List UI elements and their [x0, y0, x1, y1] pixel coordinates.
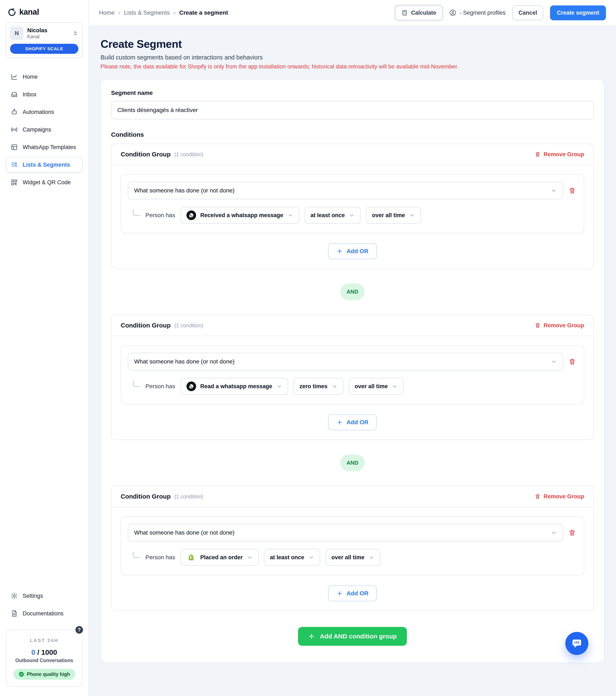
usage-label: Outbound Conversations: [11, 658, 77, 663]
add-group-row: Add AND condition group: [111, 627, 594, 646]
chevron-down-icon: [409, 212, 415, 218]
sidebar-item-inbox[interactable]: Inbox: [6, 86, 82, 102]
frequency-select[interactable]: at least once: [264, 549, 320, 566]
add-or-row: Add OR: [121, 575, 584, 601]
sidebar-item-whatsapp-templates[interactable]: WhatsApp Templates: [6, 139, 82, 155]
brand-logo[interactable]: kanal: [6, 7, 82, 22]
sidebar-item-widget-qr[interactable]: Widget & QR Code: [6, 174, 82, 190]
trash-icon: [535, 322, 541, 328]
cancel-button[interactable]: Cancel: [512, 5, 543, 20]
event-select[interactable]: Placed an order: [181, 549, 259, 566]
plus-icon: [337, 419, 343, 426]
person-has-label: Person has: [145, 212, 175, 219]
segment-profiles: - Segment profiles: [449, 9, 506, 16]
phone-quality-label: Phone quality high: [27, 671, 70, 677]
check-circle-icon: [18, 671, 24, 677]
sidebar-nav: Home Inbox Automations Campaigns WhatsAp…: [6, 69, 82, 190]
add-or-label: Add OR: [346, 248, 368, 255]
condition-detail-row: Person has Placed an order at least once: [128, 549, 577, 566]
nav-label: Campaigns: [22, 126, 51, 133]
avatar: N: [10, 27, 24, 40]
doc-icon: [11, 610, 18, 617]
whatsapp-icon: [186, 210, 196, 220]
chevrons-updown-icon[interactable]: [73, 30, 78, 36]
plan-badge[interactable]: SHOPIFY SCALE: [10, 44, 78, 54]
breadcrumb-lists-segments[interactable]: Lists & Segments: [124, 10, 170, 16]
add-group-label: Add AND condition group: [320, 633, 397, 640]
elbow-connector: [133, 381, 140, 387]
sidebar-item-lists-segments[interactable]: Lists & Segments: [6, 157, 82, 173]
timeframe-select[interactable]: over all time: [349, 378, 404, 395]
chevron-down-icon: [332, 383, 338, 389]
condition-group-header: Condition Group (1 condition) Remove Gro…: [111, 486, 594, 507]
add-and-condition-group-button[interactable]: Add AND condition group: [298, 627, 407, 646]
condition-group-title: Condition Group: [121, 151, 171, 158]
condition-count: (1 condition): [174, 493, 203, 500]
add-or-row: Add OR: [121, 404, 584, 430]
add-or-button[interactable]: Add OR: [328, 585, 377, 601]
event-select[interactable]: Read a whatsapp message: [181, 378, 288, 395]
nav-label: Settings: [22, 593, 43, 599]
breadcrumb-home[interactable]: Home: [99, 10, 114, 16]
add-or-button[interactable]: Add OR: [328, 414, 377, 430]
chevron-down-icon: [349, 212, 355, 218]
segment-name-input[interactable]: [111, 101, 594, 120]
help-icon[interactable]: ?: [75, 625, 84, 634]
timeframe-select[interactable]: over all time: [326, 549, 381, 566]
condition-count: (1 condition): [174, 322, 203, 329]
workspace-selector[interactable]: N Nicolas Kanal: [10, 27, 78, 40]
nav-label: Lists & Segments: [22, 162, 70, 168]
sidebar-item-campaigns[interactable]: Campaigns: [6, 122, 82, 138]
trash-icon: [535, 493, 541, 500]
condition-type-select[interactable]: What someone has done (or not done): [128, 353, 563, 370]
delete-condition-button[interactable]: [569, 186, 577, 195]
condition-detail-row: Person has Read a whatsapp message zero …: [128, 378, 577, 395]
sidebar: kanal N Nicolas Kanal SHOPIFY SCALE Home: [0, 0, 89, 696]
person-has-label: Person has: [145, 554, 175, 561]
remove-group-button[interactable]: Remove Group: [535, 151, 584, 158]
sidebar-item-settings[interactable]: Settings: [6, 588, 82, 604]
app-root: kanal N Nicolas Kanal SHOPIFY SCALE Home: [0, 0, 616, 696]
frequency-value: zero times: [299, 383, 327, 390]
chevron-down-icon: [288, 212, 293, 218]
calculate-button[interactable]: Calculate: [395, 5, 443, 20]
frequency-select[interactable]: zero times: [294, 378, 343, 395]
remove-group-button[interactable]: Remove Group: [535, 493, 584, 500]
frequency-select[interactable]: at least once: [305, 207, 361, 224]
sidebar-item-documentations[interactable]: Documentations: [6, 605, 82, 621]
chat-widget-button[interactable]: [565, 632, 588, 655]
breadcrumb-separator: ›: [118, 10, 120, 16]
calculator-icon: [401, 10, 408, 16]
condition-type-select[interactable]: What someone has done (or not done): [128, 524, 563, 541]
trash-icon: [569, 358, 576, 365]
nav-label: Documentations: [22, 610, 63, 617]
sidebar-item-home[interactable]: Home: [6, 69, 82, 85]
workspace-card: N Nicolas Kanal SHOPIFY SCALE: [6, 22, 82, 58]
frequency-value: at least once: [310, 212, 345, 219]
create-segment-button[interactable]: Create segment: [550, 5, 606, 20]
event-select[interactable]: Received a whatsapp message: [181, 207, 299, 224]
main-panel: Home › Lists & Segments › Create a segme…: [89, 0, 616, 696]
sidebar-item-automations[interactable]: Automations: [6, 104, 82, 120]
add-or-label: Add OR: [346, 419, 368, 426]
condition-group-body: What someone has done (or not done) Pers…: [111, 165, 594, 268]
timeframe-value: over all time: [355, 383, 388, 390]
breadcrumb: Home › Lists & Segments › Create a segme…: [99, 10, 228, 16]
shopify-icon: [186, 553, 196, 562]
delete-condition-button[interactable]: [569, 528, 577, 537]
condition-count: (1 condition): [174, 152, 203, 157]
condition-type-select[interactable]: What someone has done (or not done): [128, 182, 563, 199]
template-icon: [11, 143, 18, 151]
timeframe-select[interactable]: over all time: [366, 207, 421, 224]
nav-label: WhatsApp Templates: [22, 144, 76, 151]
delete-condition-button[interactable]: [569, 358, 577, 366]
chevron-down-icon: [308, 554, 314, 560]
trash-icon: [535, 152, 541, 157]
condition-box: What someone has done (or not done) Pers…: [121, 345, 584, 404]
add-or-button[interactable]: Add OR: [328, 243, 377, 259]
nav-label: Widget & QR Code: [22, 179, 71, 186]
and-badge: AND: [340, 455, 365, 471]
segments-icon: [11, 161, 18, 169]
event-value: Placed an order: [200, 554, 243, 561]
remove-group-button[interactable]: Remove Group: [535, 322, 584, 329]
